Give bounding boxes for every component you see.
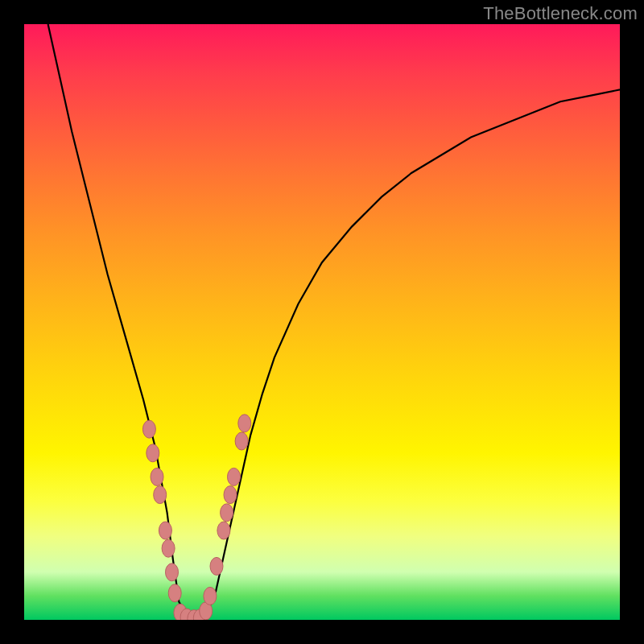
marker-dot [238,415,251,432]
marker-dot [235,432,248,450]
marker-dot [151,468,163,485]
bottleneck-curve [48,24,620,620]
curve-markers [142,415,250,620]
marker-dot [159,522,171,539]
marker-dot [162,539,175,557]
marker-dot [166,564,179,581]
chart-container: TheBottleneck.com [0,0,644,644]
curve-svg [24,24,620,620]
marker-dot [154,486,167,504]
marker-dot [221,504,233,522]
marker-dot [142,420,155,438]
marker-dot [147,444,159,462]
marker-dot [224,486,237,504]
plot-area [24,24,620,620]
marker-dot [210,557,223,575]
marker-dot [228,468,241,485]
watermark-text: TheBottleneck.com [483,3,638,24]
marker-dot [217,522,230,539]
marker-dot [168,584,181,602]
marker-dot [204,587,217,605]
